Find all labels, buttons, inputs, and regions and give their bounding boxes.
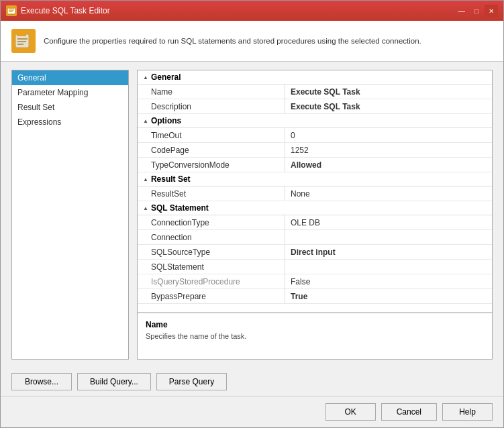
right-panel: ▲ General Name Execute SQL Task Descript… — [137, 70, 493, 360]
prop-timeout-value: 0 — [285, 128, 492, 142]
description-text: Specifies the name of the task. — [146, 332, 484, 340]
prop-codepage-value: 1252 — [285, 143, 492, 157]
description-area: Name Specifies the name of the task. — [138, 312, 492, 359]
prop-description-value: Execute SQL Task — [285, 99, 492, 113]
prop-bypassprepare-value: True — [285, 289, 492, 303]
prop-sqlsourcetype-label: SQLSourceType — [138, 245, 285, 259]
prop-resultset-row: ResultSet None — [138, 186, 492, 201]
prop-timeout-row: TimeOut 0 — [138, 128, 492, 143]
prop-typeconversion-label: TypeConversionMode — [138, 158, 285, 172]
close-button[interactable]: ✕ — [485, 5, 498, 17]
section-resultset: ▲ Result Set — [138, 172, 492, 186]
prop-sqlsourcetype-row: SQLSourceType Direct input — [138, 245, 492, 260]
prop-sqlstatement-label: SQLStatement — [138, 260, 285, 274]
prop-resultset-label: ResultSet — [138, 186, 285, 201]
app-icon — [6, 5, 17, 16]
content-area: General Parameter Mapping Result Set Exp… — [1, 62, 503, 368]
nav-item-expressions[interactable]: Expressions — [12, 115, 128, 129]
cancel-button[interactable]: Cancel — [381, 403, 437, 421]
window-controls: — □ ✕ — [455, 5, 498, 17]
prop-codepage-row: CodePage 1252 — [138, 143, 492, 158]
properties-table: ▲ General Name Execute SQL Task Descript… — [138, 70, 492, 312]
prop-sqlsourcetype-value: Direct input — [285, 245, 492, 259]
description-title: Name — [146, 320, 484, 329]
nav-item-result-set[interactable]: Result Set — [12, 100, 128, 115]
svg-rect-1 — [9, 7, 14, 9]
prop-description-label: Description — [138, 99, 285, 113]
minimize-button[interactable]: — — [455, 5, 468, 17]
build-query-button[interactable]: Build Query... — [77, 373, 151, 390]
parse-query-button[interactable]: Parse Query — [156, 373, 227, 390]
bottom-buttons: Browse... Build Query... Parse Query — [1, 368, 503, 396]
section-options: ▲ Options — [138, 114, 492, 128]
title-bar-left: Execute SQL Task Editor — [6, 5, 110, 16]
left-panel: General Parameter Mapping Result Set Exp… — [11, 70, 129, 360]
prop-timeout-label: TimeOut — [138, 128, 285, 142]
prop-name-label: Name — [138, 85, 285, 99]
nav-item-general[interactable]: General — [12, 70, 128, 85]
title-bar: Execute SQL Task Editor — □ ✕ — [1, 1, 503, 21]
header-area: Configure the properties required to run… — [1, 21, 503, 62]
prop-bypassprepare-label: BypassPrepare — [138, 289, 285, 303]
prop-typeconversion-value: Allowed — [285, 158, 492, 172]
help-button[interactable]: Help — [442, 403, 493, 421]
triangle-icon-3: ▲ — [143, 176, 148, 182]
triangle-icon-2: ▲ — [143, 118, 148, 124]
footer-area: OK Cancel Help — [1, 396, 503, 427]
nav-item-parameter-mapping[interactable]: Parameter Mapping — [12, 85, 128, 100]
prop-connection-label: Connection — [138, 230, 285, 244]
prop-isstoredprocedure-row: IsQueryStoredProcedure False — [138, 274, 492, 289]
prop-isstoredprocedure-label: IsQueryStoredProcedure — [138, 274, 285, 288]
prop-isstoredprocedure-value: False — [285, 274, 492, 288]
prop-connection-row: Connection — [138, 230, 492, 245]
prop-sqlstatement-row: SQLStatement — [138, 260, 492, 274]
prop-typeconversion-row: TypeConversionMode Allowed — [138, 158, 492, 172]
triangle-icon: ▲ — [143, 74, 148, 81]
prop-bypassprepare-row: BypassPrepare True — [138, 289, 492, 304]
section-general: ▲ General — [138, 70, 492, 85]
prop-connectiontype-label: ConnectionType — [138, 215, 285, 229]
svg-rect-5 — [17, 33, 26, 36]
prop-sqlstatement-value — [285, 260, 492, 274]
header-description: Configure the properties required to run… — [44, 36, 421, 46]
prop-connectiontype-value: OLE DB — [285, 215, 492, 229]
header-icon — [11, 29, 36, 53]
section-sql-statement: ▲ SQL Statement — [138, 201, 492, 215]
triangle-icon-4: ▲ — [143, 205, 148, 211]
prop-description-row: Description Execute SQL Task — [138, 99, 492, 114]
prop-name-value: Execute SQL Task — [285, 85, 492, 99]
browse-button[interactable]: Browse... — [11, 373, 72, 390]
ok-button[interactable]: OK — [325, 403, 376, 421]
prop-codepage-label: CodePage — [138, 143, 285, 157]
prop-resultset-value: None — [285, 186, 492, 201]
main-window: Execute SQL Task Editor — □ ✕ Configure … — [0, 0, 504, 428]
window-title: Execute SQL Task Editor — [21, 6, 110, 15]
maximize-button[interactable]: □ — [470, 5, 483, 17]
prop-connection-value — [285, 230, 492, 244]
prop-connectiontype-row: ConnectionType OLE DB — [138, 215, 492, 230]
prop-name-row: Name Execute SQL Task — [138, 85, 492, 99]
